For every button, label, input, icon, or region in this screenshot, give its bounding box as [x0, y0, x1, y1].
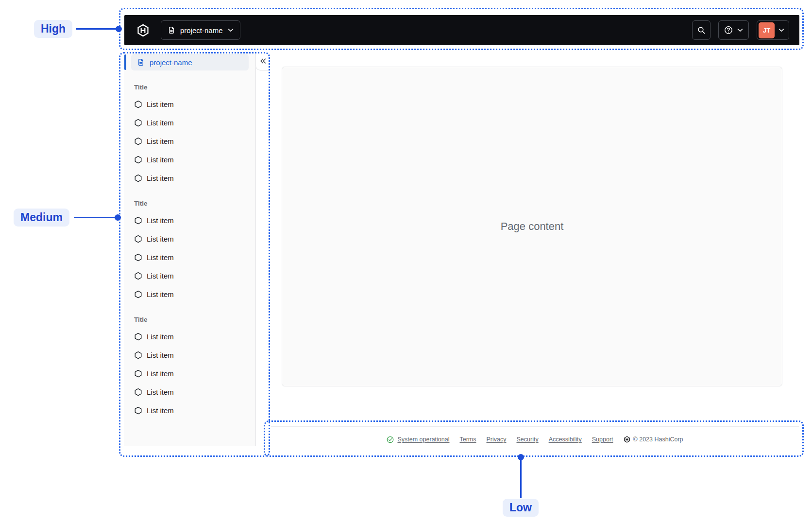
sidebar-nav: project-name Title List item List item L… — [124, 52, 256, 446]
density-label-low: Low — [503, 499, 539, 517]
chevron-double-left-icon — [259, 58, 267, 64]
hexagon-icon — [134, 156, 142, 164]
navbar-right-cluster: JT — [692, 20, 789, 40]
sidebar-section: Title List item List item List item List… — [124, 82, 255, 187]
sidebar-item-label: List item — [147, 216, 174, 225]
sidebar-section-title: Title — [124, 314, 255, 324]
footer-link-accessibility[interactable]: Accessibility — [549, 436, 582, 443]
footer-divider — [271, 426, 799, 427]
hexagon-icon — [134, 137, 142, 145]
sidebar-item-label: List item — [147, 369, 174, 378]
connector-line-high — [76, 28, 119, 30]
hexagon-icon — [134, 272, 142, 280]
sidebar-item-label: List item — [147, 272, 174, 280]
hashicorp-logo-icon — [624, 436, 630, 443]
sidebar-item[interactable]: List item — [124, 248, 255, 266]
sidebar-section: Title List item List item List item List… — [124, 198, 255, 303]
sidebar-item[interactable]: List item — [124, 113, 255, 132]
connector-dot-medium — [115, 214, 121, 221]
sidebar-item[interactable]: List item — [124, 383, 255, 401]
hexagon-icon — [134, 406, 142, 415]
help-icon — [724, 26, 733, 35]
sidebar-item[interactable]: List item — [124, 266, 255, 285]
file-text-icon — [168, 26, 175, 34]
sidebar-section-title: Title — [124, 82, 255, 92]
copyright-text: © 2023 HashiCorp — [633, 436, 683, 443]
top-navbar: project-name JT — [124, 15, 799, 45]
hexagon-icon — [134, 290, 142, 298]
sidebar-item-label: List item — [147, 156, 174, 164]
sidebar-item[interactable]: List item — [124, 327, 255, 346]
status-link[interactable]: System operational — [387, 436, 449, 443]
connector-line-low — [520, 459, 522, 498]
hexagon-icon — [134, 369, 142, 378]
active-item-indicator — [124, 54, 126, 70]
chevron-down-icon — [228, 28, 234, 32]
project-switcher-button[interactable]: project-name — [161, 20, 240, 40]
sidebar-item[interactable]: List item — [124, 364, 255, 383]
footer-link-terms[interactable]: Terms — [459, 436, 476, 443]
sidebar-section-title: Title — [124, 198, 255, 208]
sidebar-item-label: List item — [147, 137, 174, 145]
sidebar-item-label: List item — [147, 388, 174, 396]
density-label-high: High — [34, 20, 72, 38]
sidebar-item[interactable]: List item — [124, 229, 255, 248]
search-icon — [697, 26, 706, 35]
sidebar-section: Title List item List item List item List… — [124, 314, 255, 419]
sidebar-item[interactable]: List item — [124, 150, 255, 169]
connector-dot-high — [116, 26, 122, 32]
hexagon-icon — [134, 351, 142, 359]
check-circle-icon — [387, 436, 394, 443]
sidebar-item[interactable]: List item — [124, 285, 255, 303]
sidebar-item-label: List item — [147, 406, 174, 415]
sidebar-item-project-name[interactable]: project-name — [131, 54, 249, 70]
user-menu-button[interactable]: JT — [757, 20, 789, 40]
density-label-medium: Medium — [14, 209, 69, 227]
sidebar-item-label: List item — [147, 332, 174, 341]
avatar: JT — [759, 22, 775, 38]
sidebar-item-label: List item — [147, 100, 174, 108]
sidebar-collapse-button[interactable] — [255, 52, 270, 70]
sidebar-item-label: List item — [147, 290, 174, 298]
chevron-down-icon — [737, 28, 743, 32]
hashicorp-logo-icon — [136, 24, 150, 37]
sidebar-item[interactable]: List item — [124, 211, 255, 229]
sidebar-sections: Title List item List item List item List… — [124, 82, 255, 419]
search-button[interactable] — [692, 20, 710, 40]
hexagon-icon — [134, 235, 142, 243]
footer-link-security[interactable]: Security — [517, 436, 539, 443]
sidebar-item-label: List item — [147, 351, 174, 359]
connector-line-medium — [74, 217, 118, 218]
sidebar-item-label: List item — [147, 174, 174, 182]
hexagon-icon — [134, 253, 142, 262]
file-text-icon — [137, 58, 145, 66]
project-switcher-label: project-name — [180, 26, 223, 35]
sidebar-item[interactable]: List item — [124, 346, 255, 364]
sidebar-item-label: List item — [147, 253, 174, 262]
hexagon-icon — [134, 332, 142, 341]
status-label: System operational — [397, 436, 449, 443]
hexagon-icon — [134, 388, 142, 396]
footer-link-support[interactable]: Support — [592, 436, 613, 443]
chevron-down-icon — [778, 28, 784, 32]
page-content-panel: Page content — [282, 67, 782, 386]
sidebar-item[interactable]: List item — [124, 169, 255, 187]
copyright: © 2023 HashiCorp — [624, 436, 683, 443]
hexagon-icon — [134, 100, 142, 108]
sidebar-active-item-label: project-name — [150, 58, 192, 67]
hexagon-icon — [134, 119, 142, 127]
sidebar-item[interactable]: List item — [124, 95, 255, 113]
hexagon-icon — [134, 174, 142, 182]
sidebar-item[interactable]: List item — [124, 401, 255, 419]
page-content-placeholder: Page content — [501, 220, 564, 233]
hexagon-icon — [134, 216, 142, 225]
app-footer: System operational Terms Privacy Securit… — [271, 432, 799, 447]
connector-dot-low — [518, 454, 524, 460]
sidebar-item-label: List item — [147, 119, 174, 127]
footer-link-privacy[interactable]: Privacy — [487, 436, 507, 443]
sidebar-item-label: List item — [147, 235, 174, 243]
help-menu-button[interactable] — [718, 20, 749, 40]
sidebar-item[interactable]: List item — [124, 132, 255, 150]
